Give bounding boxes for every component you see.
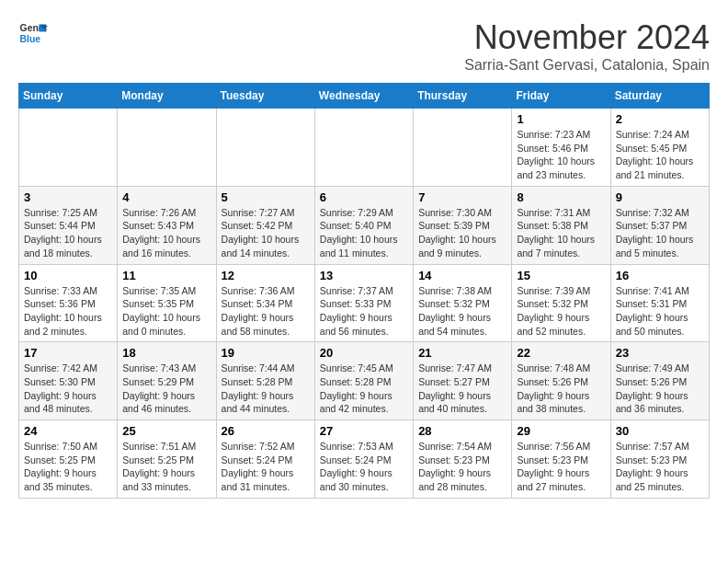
calendar-cell: 27Sunrise: 7:53 AM Sunset: 5:24 PM Dayli… <box>314 420 413 499</box>
calendar-cell: 22Sunrise: 7:48 AM Sunset: 5:26 PM Dayli… <box>512 342 610 420</box>
day-detail: Sunrise: 7:54 AM Sunset: 5:23 PM Dayligh… <box>418 440 506 494</box>
calendar-cell: 7Sunrise: 7:30 AM Sunset: 5:39 PM Daylig… <box>414 186 512 264</box>
day-number: 10 <box>24 269 112 282</box>
day-number: 5 <box>222 190 310 204</box>
day-number: 3 <box>24 190 112 204</box>
day-detail: Sunrise: 7:30 AM Sunset: 5:39 PM Dayligh… <box>418 206 506 260</box>
calendar-cell <box>118 109 216 187</box>
calendar-table: SundayMondayTuesdayWednesdayThursdayFrid… <box>18 83 710 499</box>
day-number: 1 <box>517 112 605 126</box>
day-number: 28 <box>418 424 506 438</box>
calendar-cell: 4Sunrise: 7:26 AM Sunset: 5:43 PM Daylig… <box>118 186 216 264</box>
calendar-cell: 26Sunrise: 7:52 AM Sunset: 5:24 PM Dayli… <box>216 420 314 499</box>
day-number: 23 <box>616 346 704 360</box>
calendar-cell: 1Sunrise: 7:23 AM Sunset: 5:46 PM Daylig… <box>512 109 610 187</box>
calendar-cell <box>414 109 512 187</box>
day-number: 11 <box>122 269 210 282</box>
day-header-wednesday: Wednesday <box>314 84 413 109</box>
day-number: 7 <box>418 190 506 204</box>
day-header-sunday: Sunday <box>19 84 118 109</box>
calendar-cell: 5Sunrise: 7:27 AM Sunset: 5:42 PM Daylig… <box>216 186 314 264</box>
day-number: 17 <box>24 346 112 360</box>
calendar-week-5: 24Sunrise: 7:50 AM Sunset: 5:25 PM Dayli… <box>19 420 710 499</box>
day-number: 26 <box>222 424 310 438</box>
day-detail: Sunrise: 7:42 AM Sunset: 5:30 PM Dayligh… <box>24 362 112 416</box>
calendar-cell: 29Sunrise: 7:56 AM Sunset: 5:23 PM Dayli… <box>512 420 610 499</box>
day-number: 13 <box>320 269 408 282</box>
calendar-cell: 20Sunrise: 7:45 AM Sunset: 5:28 PM Dayli… <box>314 342 413 420</box>
day-detail: Sunrise: 7:43 AM Sunset: 5:29 PM Dayligh… <box>122 362 210 416</box>
calendar-cell: 16Sunrise: 7:41 AM Sunset: 5:31 PM Dayli… <box>610 264 709 342</box>
day-detail: Sunrise: 7:44 AM Sunset: 5:28 PM Dayligh… <box>222 362 310 416</box>
day-number: 22 <box>517 346 605 360</box>
day-number: 18 <box>122 346 210 360</box>
calendar-cell: 18Sunrise: 7:43 AM Sunset: 5:29 PM Dayli… <box>118 342 216 420</box>
calendar-cell: 24Sunrise: 7:50 AM Sunset: 5:25 PM Dayli… <box>19 420 118 499</box>
title-section: November 2024 Sarria-Sant Gervasi, Catal… <box>464 18 710 74</box>
day-detail: Sunrise: 7:36 AM Sunset: 5:34 PM Dayligh… <box>222 284 310 339</box>
day-detail: Sunrise: 7:52 AM Sunset: 5:24 PM Dayligh… <box>222 440 310 494</box>
calendar-week-4: 17Sunrise: 7:42 AM Sunset: 5:30 PM Dayli… <box>19 342 710 420</box>
day-detail: Sunrise: 7:27 AM Sunset: 5:42 PM Dayligh… <box>222 206 310 260</box>
calendar-body: 1Sunrise: 7:23 AM Sunset: 5:46 PM Daylig… <box>19 109 710 499</box>
logo: General Blue <box>18 18 48 48</box>
calendar-cell: 9Sunrise: 7:32 AM Sunset: 5:37 PM Daylig… <box>610 186 709 264</box>
day-detail: Sunrise: 7:33 AM Sunset: 5:36 PM Dayligh… <box>24 284 112 339</box>
day-detail: Sunrise: 7:56 AM Sunset: 5:23 PM Dayligh… <box>517 440 605 494</box>
calendar-week-2: 3Sunrise: 7:25 AM Sunset: 5:44 PM Daylig… <box>19 186 710 264</box>
calendar-cell: 15Sunrise: 7:39 AM Sunset: 5:32 PM Dayli… <box>512 264 610 342</box>
calendar-cell: 2Sunrise: 7:24 AM Sunset: 5:45 PM Daylig… <box>610 109 709 187</box>
day-detail: Sunrise: 7:45 AM Sunset: 5:28 PM Dayligh… <box>320 362 408 416</box>
day-header-monday: Monday <box>118 84 216 109</box>
calendar-cell: 21Sunrise: 7:47 AM Sunset: 5:27 PM Dayli… <box>414 342 512 420</box>
day-detail: Sunrise: 7:25 AM Sunset: 5:44 PM Dayligh… <box>24 206 112 260</box>
day-number: 29 <box>517 424 605 438</box>
calendar-cell: 17Sunrise: 7:42 AM Sunset: 5:30 PM Dayli… <box>19 342 118 420</box>
day-header-friday: Friday <box>512 84 610 109</box>
svg-text:Blue: Blue <box>20 34 41 44</box>
calendar-cell <box>314 109 413 187</box>
day-detail: Sunrise: 7:24 AM Sunset: 5:45 PM Dayligh… <box>616 128 704 182</box>
day-number: 14 <box>418 269 506 282</box>
calendar-cell: 12Sunrise: 7:36 AM Sunset: 5:34 PM Dayli… <box>216 264 314 342</box>
day-number: 19 <box>222 346 310 360</box>
calendar-cell: 30Sunrise: 7:57 AM Sunset: 5:23 PM Dayli… <box>610 420 709 499</box>
calendar-cell: 25Sunrise: 7:51 AM Sunset: 5:25 PM Dayli… <box>118 420 216 499</box>
calendar-cell: 10Sunrise: 7:33 AM Sunset: 5:36 PM Dayli… <box>19 264 118 342</box>
calendar-cell: 6Sunrise: 7:29 AM Sunset: 5:40 PM Daylig… <box>314 186 413 264</box>
calendar-cell: 11Sunrise: 7:35 AM Sunset: 5:35 PM Dayli… <box>118 264 216 342</box>
day-number: 15 <box>517 269 605 282</box>
page-header: General Blue November 2024 Sarria-Sant G… <box>18 18 710 74</box>
day-number: 30 <box>616 424 704 438</box>
day-number: 8 <box>517 190 605 204</box>
day-number: 6 <box>320 190 408 204</box>
day-detail: Sunrise: 7:31 AM Sunset: 5:38 PM Dayligh… <box>517 206 605 260</box>
calendar-week-3: 10Sunrise: 7:33 AM Sunset: 5:36 PM Dayli… <box>19 264 710 342</box>
day-detail: Sunrise: 7:41 AM Sunset: 5:31 PM Dayligh… <box>616 284 704 339</box>
day-number: 20 <box>320 346 408 360</box>
logo-icon: General Blue <box>18 18 48 48</box>
day-number: 12 <box>222 269 310 282</box>
month-title: November 2024 <box>464 18 710 57</box>
day-detail: Sunrise: 7:51 AM Sunset: 5:25 PM Dayligh… <box>122 440 210 494</box>
calendar-cell: 3Sunrise: 7:25 AM Sunset: 5:44 PM Daylig… <box>19 186 118 264</box>
day-number: 24 <box>24 424 112 438</box>
day-detail: Sunrise: 7:29 AM Sunset: 5:40 PM Dayligh… <box>320 206 408 260</box>
calendar-cell <box>19 109 118 187</box>
day-number: 27 <box>320 424 408 438</box>
day-detail: Sunrise: 7:53 AM Sunset: 5:24 PM Dayligh… <box>320 440 408 494</box>
day-detail: Sunrise: 7:38 AM Sunset: 5:32 PM Dayligh… <box>418 284 506 339</box>
calendar-header-row: SundayMondayTuesdayWednesdayThursdayFrid… <box>19 84 710 109</box>
day-number: 2 <box>616 112 704 126</box>
calendar-cell: 14Sunrise: 7:38 AM Sunset: 5:32 PM Dayli… <box>414 264 512 342</box>
day-number: 9 <box>616 190 704 204</box>
day-detail: Sunrise: 7:57 AM Sunset: 5:23 PM Dayligh… <box>616 440 704 494</box>
calendar-cell: 23Sunrise: 7:49 AM Sunset: 5:26 PM Dayli… <box>610 342 709 420</box>
day-detail: Sunrise: 7:48 AM Sunset: 5:26 PM Dayligh… <box>517 362 605 416</box>
day-detail: Sunrise: 7:26 AM Sunset: 5:43 PM Dayligh… <box>122 206 210 260</box>
day-detail: Sunrise: 7:23 AM Sunset: 5:46 PM Dayligh… <box>517 128 605 182</box>
day-detail: Sunrise: 7:32 AM Sunset: 5:37 PM Dayligh… <box>616 206 704 260</box>
calendar-week-1: 1Sunrise: 7:23 AM Sunset: 5:46 PM Daylig… <box>19 109 710 187</box>
calendar-cell: 28Sunrise: 7:54 AM Sunset: 5:23 PM Dayli… <box>414 420 512 499</box>
location-title: Sarria-Sant Gervasi, Catalonia, Spain <box>464 57 710 74</box>
